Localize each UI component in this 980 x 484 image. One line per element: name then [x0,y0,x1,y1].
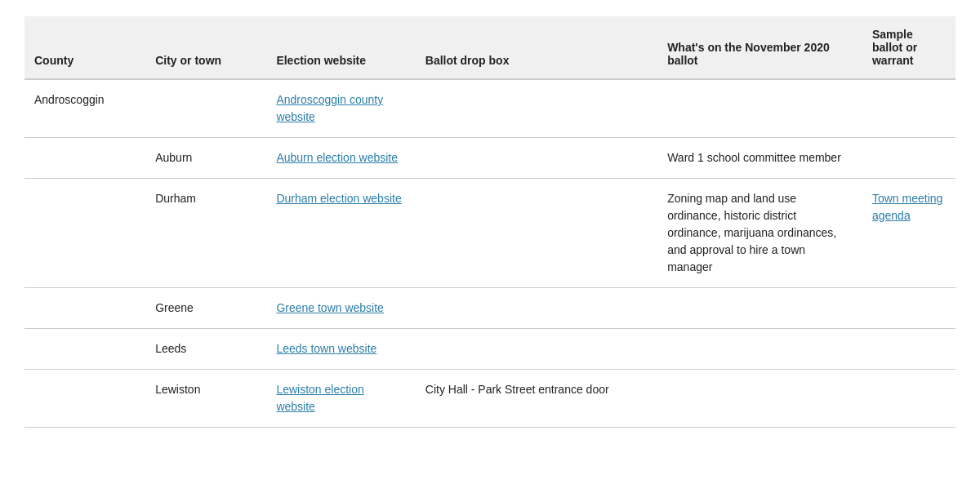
cell-county: Androscoggin [24,79,145,138]
cell-ballot-drop [416,79,657,138]
cell-county [24,288,145,329]
election-website-link[interactable]: Greene town website [276,301,384,314]
cell-whats-on: Ward 1 school committee member [657,138,862,179]
table-row: LewistonLewiston election websiteCity Ha… [24,370,956,428]
cell-city: Auburn [145,138,266,179]
cell-ballot-drop: City Hall - Park Street entrance door [416,370,657,428]
cell-whats-on: Zoning map and land use ordinance, histo… [657,179,862,288]
cell-city: Durham [145,179,266,288]
header-election: Election website [266,16,415,79]
cell-ballot-drop [416,288,657,329]
header-city: City or town [145,16,266,79]
cell-sample [862,329,956,370]
cell-county [24,329,145,370]
cell-county [24,179,145,288]
election-website-link[interactable]: Durham election website [276,192,401,205]
cell-city: Greene [145,288,266,329]
election-website-link[interactable]: Androscoggin county website [276,93,383,123]
table-row: GreeneGreene town website [24,288,956,329]
cell-election-website: Leeds town website [266,329,415,370]
cell-ballot-drop [416,138,657,179]
cell-ballot-drop [416,329,657,370]
cell-county [24,138,145,179]
cell-election-website: Durham election website [266,179,415,288]
cell-sample [862,138,956,179]
cell-county [24,370,145,428]
election-website-link[interactable]: Lewiston election website [276,383,363,413]
cell-election-website: Androscoggin county website [266,79,415,138]
cell-election-website: Lewiston election website [266,370,415,428]
election-website-link[interactable]: Auburn election website [276,151,398,164]
cell-city: Leeds [145,329,266,370]
header-whats-on: What's on the November 2020 ballot [657,16,862,79]
cell-election-website: Auburn election website [266,138,415,179]
cell-sample: Town meeting agenda [862,179,956,288]
table-row: AuburnAuburn election websiteWard 1 scho… [24,138,956,179]
sample-ballot-link[interactable]: Town meeting agenda [872,192,942,222]
cell-sample [862,79,956,138]
cell-sample [862,370,956,428]
cell-election-website: Greene town website [266,288,415,329]
table-row: AndroscogginAndroscoggin county website [24,79,956,138]
cell-city [145,79,266,138]
cell-whats-on [657,288,862,329]
table-row: LeedsLeeds town website [24,329,956,370]
header-county: County [24,16,145,79]
table-header-row: County City or town Election website Bal… [24,16,956,79]
header-ballot-drop: Ballot drop box [416,16,657,79]
header-sample: Sample ballot or warrant [862,16,956,79]
cell-sample [862,288,956,329]
cell-city: Lewiston [145,370,266,428]
cell-whats-on [657,370,862,428]
cell-whats-on [657,329,862,370]
election-website-link[interactable]: Leeds town website [276,342,376,355]
table-row: DurhamDurham election websiteZoning map … [24,179,956,288]
cell-ballot-drop [416,179,657,288]
election-table: County City or town Election website Bal… [24,16,956,428]
cell-whats-on [657,79,862,138]
